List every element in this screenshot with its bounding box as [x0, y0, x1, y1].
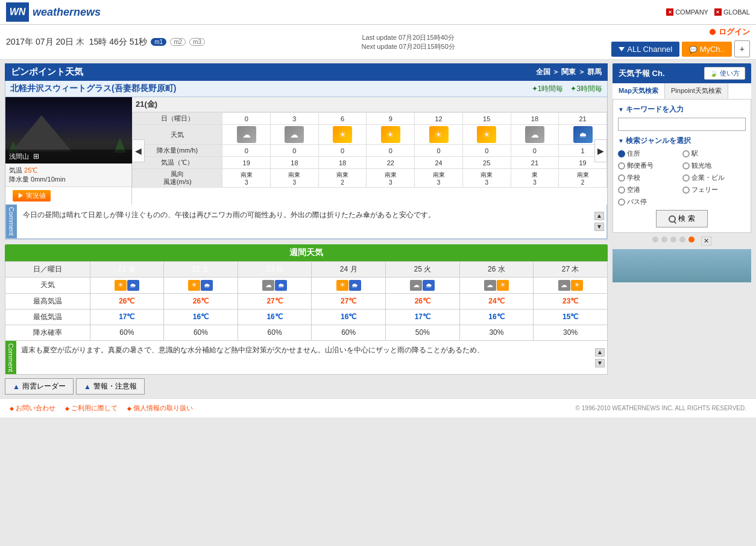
radio-empty-postal[interactable]: [618, 162, 625, 170]
radio-empty-ferry[interactable]: [682, 186, 690, 194]
dot-5-active[interactable]: [688, 236, 695, 243]
scroll-up-arrow[interactable]: ▲: [594, 212, 604, 220]
comment-text: 今日の昼間は晴れて日差しが降り注ぐものの、午後は再びニワカ雨の可能性あり。外出の…: [17, 205, 606, 238]
top-nav: 2017年 07月 20日 木 15時 46分 51秒 m1 m2 m3 Las…: [0, 25, 756, 60]
radio-label-sightseeing: 観光地: [691, 161, 711, 170]
weekly-section: 週間天気 日／曜日 21 金 22 土 23 日 24 月 25 火 26 水 …: [5, 244, 608, 375]
dot-3[interactable]: [670, 236, 676, 243]
weekly-col-23: 23 日: [238, 261, 312, 277]
wk-cloudy-icon-27: ☁: [558, 280, 570, 291]
weekly-high-22: 26℃: [164, 293, 238, 309]
datetime-text: 2017年 07月 20日 木 15時 46分 51秒: [6, 37, 147, 48]
weekly-high-24: 27℃: [312, 293, 386, 309]
rain-3: 0: [271, 145, 319, 157]
radio-item-school: 学校: [618, 173, 679, 182]
weekly-comment-text: 週末も夏空が広がります。真夏の暑さで、意識的な水分補給など熱中症対策が欠かせませ…: [16, 341, 607, 375]
weekly-high-25: 26℃: [386, 293, 460, 309]
mode-m3-badge[interactable]: m3: [189, 38, 205, 46]
keyword-input[interactable]: [618, 118, 746, 131]
company-icon: ✕: [666, 8, 673, 16]
rain-0: 0: [222, 145, 271, 157]
company-link[interactable]: ✕ COMPANY: [666, 8, 708, 16]
login-button[interactable]: ログイン: [710, 27, 750, 37]
hour-15: 15: [462, 113, 511, 125]
radio-empty-bus[interactable]: [618, 198, 625, 206]
hour-18: 18: [511, 113, 559, 125]
temp-0: 19: [222, 157, 271, 169]
footer-copyright: © 1996-2010 WEATHERNEWS INC. ALL RIGHTS …: [576, 405, 746, 411]
radio-empty-airport[interactable]: [618, 186, 625, 194]
rain-12: 0: [415, 145, 463, 157]
rain-info: 降水量 0mm/10min: [9, 175, 128, 184]
weekly-high-row: 最高気温 26℃ 26℃ 27℃ 27℃ 26℃ 24℃ 23℃: [5, 293, 608, 309]
last-update: Last update 07月20日15時40分: [361, 33, 455, 42]
wk-icon-container-24: ☀ 🌧: [313, 280, 383, 291]
wk-icon-container-25: ☁ 🌧: [388, 280, 458, 291]
weekly-high-26: 24℃: [459, 293, 534, 309]
alert-button[interactable]: ▲ 警報・注意報: [76, 378, 145, 395]
weekly-label-high: 最高気温: [5, 293, 90, 309]
temp-label: 気温: [9, 167, 22, 174]
next-arrow[interactable]: ▶: [594, 139, 607, 162]
radio-empty-school[interactable]: [618, 174, 625, 182]
radio-label-airport: 空港: [627, 185, 640, 194]
weekly-header: 週間天気: [5, 244, 608, 261]
scroll-down-arrow[interactable]: ▼: [594, 223, 604, 231]
weekly-rain-23: 60%: [238, 325, 312, 340]
radio-label-company: 企業・ビル: [691, 173, 725, 182]
search-icon: [669, 215, 676, 223]
weekly-comment-label: Comment: [5, 341, 16, 375]
radio-label-ferry: フェリー: [691, 185, 718, 194]
wind-9: 南東3: [367, 169, 415, 188]
weekly-low-21: 17℃: [90, 309, 164, 325]
expand-icon[interactable]: ⊞: [33, 152, 39, 160]
how-to-button[interactable]: 🍃 使い方: [704, 67, 745, 80]
weekly-weather-27: ☁ ☀: [534, 277, 608, 293]
radar-button[interactable]: ▲ 雨雲レーダー: [5, 378, 74, 395]
hourly-container: 浅間山 ⊞ 気温 25℃ 降水量 0mm/10min: [5, 97, 608, 240]
wk-cloudy-icon-26: ☁: [484, 280, 496, 291]
radio-empty-station[interactable]: [682, 150, 690, 157]
tab-map-search[interactable]: Map天気検索: [613, 83, 665, 99]
temp-12: 24: [415, 157, 463, 169]
wk-cloudy-icon-23: ☁: [262, 280, 274, 291]
my-channel-button[interactable]: 💬 MyCh..: [682, 42, 732, 57]
dot-1[interactable]: [652, 236, 658, 243]
cloud-icon-0: ☁: [237, 126, 256, 143]
jikkyo-button[interactable]: ▶ 実況値: [13, 190, 51, 202]
radio-label-school: 学校: [627, 173, 640, 182]
weekly-low-22: 16℃: [164, 309, 238, 325]
weekly-scroll-up-arrow[interactable]: ▲: [595, 348, 605, 357]
all-channel-button[interactable]: ALL Channel: [611, 42, 679, 57]
page-footer: お問い合わせ ご利用に際して 個人情報の取り扱い © 1996-2010 WEA…: [0, 398, 756, 417]
tab-pinpoint-search[interactable]: Pinpoint天気検索: [665, 83, 728, 99]
dot-4[interactable]: [679, 236, 685, 243]
radio-item-airport: 空港: [618, 185, 679, 194]
alert-arrow-icon: ▲: [84, 383, 91, 391]
search-button[interactable]: 検 索: [656, 210, 707, 227]
footer-link-privacy[interactable]: 個人情報の取り扱い: [127, 404, 193, 413]
temp-info: 気温 25℃: [9, 166, 128, 175]
global-link[interactable]: ✕ GLOBAL: [714, 8, 750, 16]
interval-3h-link[interactable]: ✦3時間毎: [570, 84, 602, 94]
prev-arrow[interactable]: ◀: [132, 139, 145, 162]
mode-m1-badge[interactable]: m1: [151, 38, 166, 46]
radio-empty-sightseeing[interactable]: [682, 162, 690, 170]
wk-icon-container-23: ☁ 🌧: [240, 280, 310, 291]
weekly-scroll-down-arrow[interactable]: ▼: [595, 359, 605, 367]
right-panel-title: 天気予報 Ch.: [619, 68, 665, 79]
next-update: Next update 07月20日15時50分: [361, 42, 455, 51]
weekly-low-23: 16℃: [238, 309, 312, 325]
footer-link-contact[interactable]: お問い合わせ: [10, 404, 55, 413]
footer-link-terms[interactable]: ご利用に際して: [65, 404, 118, 413]
radio-empty-company[interactable]: [682, 174, 690, 182]
dot-2[interactable]: [661, 236, 667, 243]
interval-1h-link[interactable]: ✦1時間毎: [532, 84, 564, 94]
radio-dot-address[interactable]: [618, 150, 625, 157]
close-icon[interactable]: ✕: [701, 236, 711, 246]
mode-m2-badge[interactable]: m2: [170, 38, 186, 46]
channel-arrow-icon: [619, 47, 625, 51]
radio-item-station: 駅: [682, 149, 744, 158]
rain-9: 0: [367, 145, 415, 157]
add-channel-button[interactable]: +: [734, 40, 750, 57]
